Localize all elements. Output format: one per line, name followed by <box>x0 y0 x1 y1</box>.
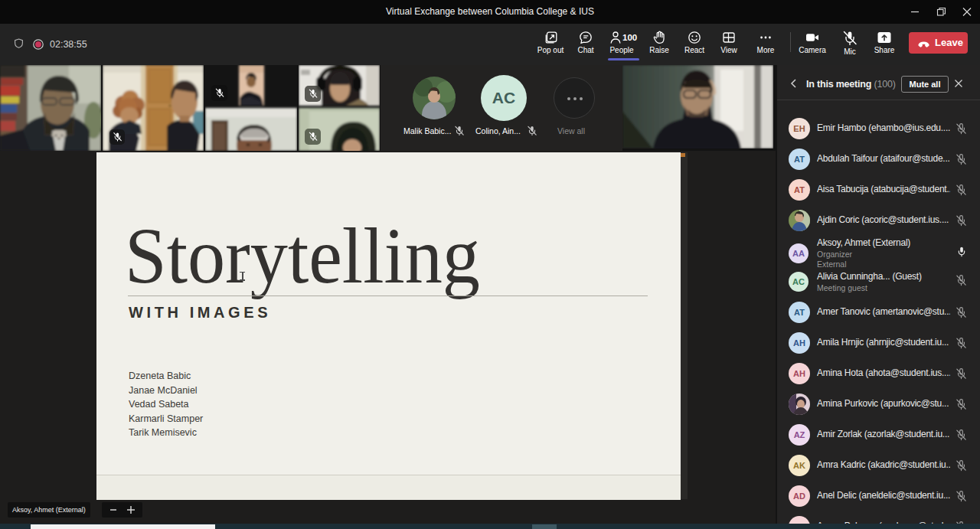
svg-text:Storytelling: Storytelling <box>125 212 480 299</box>
